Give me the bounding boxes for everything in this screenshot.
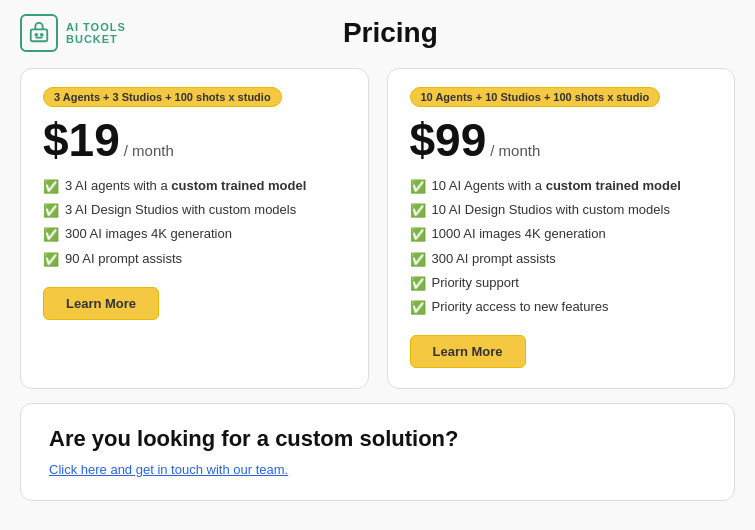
plan-price-2: $99 / month	[410, 117, 713, 163]
plan-amount-1: $19	[43, 117, 120, 163]
plan-period-2: / month	[490, 142, 540, 159]
feature-2-3: ✅ 1000 AI images 4K generation	[410, 225, 713, 244]
check-icon: ✅	[410, 226, 426, 244]
custom-solution-title: Are you looking for a custom solution?	[49, 426, 706, 452]
custom-solution-section: Are you looking for a custom solution? C…	[20, 403, 735, 501]
feature-1-3: ✅ 300 AI images 4K generation	[43, 225, 346, 244]
check-icon: ✅	[43, 226, 59, 244]
pricing-section: 3 Agents + 3 Studios + 100 shots x studi…	[0, 58, 755, 403]
plan-card-1: 3 Agents + 3 Studios + 100 shots x studi…	[20, 68, 369, 389]
feature-2-4: ✅ 300 AI prompt assists	[410, 250, 713, 269]
logo-text: AI TOOLS BUCKET	[66, 21, 126, 45]
check-icon: ✅	[43, 178, 59, 196]
logo-line1: AI TOOLS	[66, 21, 126, 33]
check-icon: ✅	[43, 202, 59, 220]
plan-features-1: ✅ 3 AI agents with a custom trained mode…	[43, 177, 346, 269]
logo-icon	[20, 14, 58, 52]
feature-1-1: ✅ 3 AI agents with a custom trained mode…	[43, 177, 346, 196]
check-icon: ✅	[410, 275, 426, 293]
plan-features-2: ✅ 10 AI Agents with a custom trained mod…	[410, 177, 713, 317]
check-icon: ✅	[410, 202, 426, 220]
feature-2-6: ✅ Priority access to new features	[410, 298, 713, 317]
custom-solution-link[interactable]: Click here and get in touch with our tea…	[49, 462, 288, 477]
plan-price-1: $19 / month	[43, 117, 346, 163]
feature-2-2: ✅ 10 AI Design Studios with custom model…	[410, 201, 713, 220]
svg-point-2	[41, 34, 43, 36]
plan-amount-2: $99	[410, 117, 487, 163]
check-icon: ✅	[410, 251, 426, 269]
feature-2-5: ✅ Priority support	[410, 274, 713, 293]
feature-1-4: ✅ 90 AI prompt assists	[43, 250, 346, 269]
header: AI TOOLS BUCKET Pricing	[0, 0, 755, 58]
logo-line2: BUCKET	[66, 33, 126, 45]
learn-more-button-2[interactable]: Learn More	[410, 335, 526, 368]
check-icon: ✅	[410, 299, 426, 317]
logo: AI TOOLS BUCKET	[20, 14, 126, 52]
svg-point-1	[35, 34, 37, 36]
check-icon: ✅	[410, 178, 426, 196]
plan-period-1: / month	[124, 142, 174, 159]
check-icon: ✅	[43, 251, 59, 269]
plan-card-2: 10 Agents + 10 Studios + 100 shots x stu…	[387, 68, 736, 389]
page-title: Pricing	[126, 17, 655, 49]
learn-more-button-1[interactable]: Learn More	[43, 287, 159, 320]
plan-badge-2: 10 Agents + 10 Studios + 100 shots x stu…	[410, 87, 661, 107]
feature-1-2: ✅ 3 AI Design Studios with custom models	[43, 201, 346, 220]
svg-rect-0	[31, 29, 48, 41]
feature-2-1: ✅ 10 AI Agents with a custom trained mod…	[410, 177, 713, 196]
plan-badge-1: 3 Agents + 3 Studios + 100 shots x studi…	[43, 87, 282, 107]
